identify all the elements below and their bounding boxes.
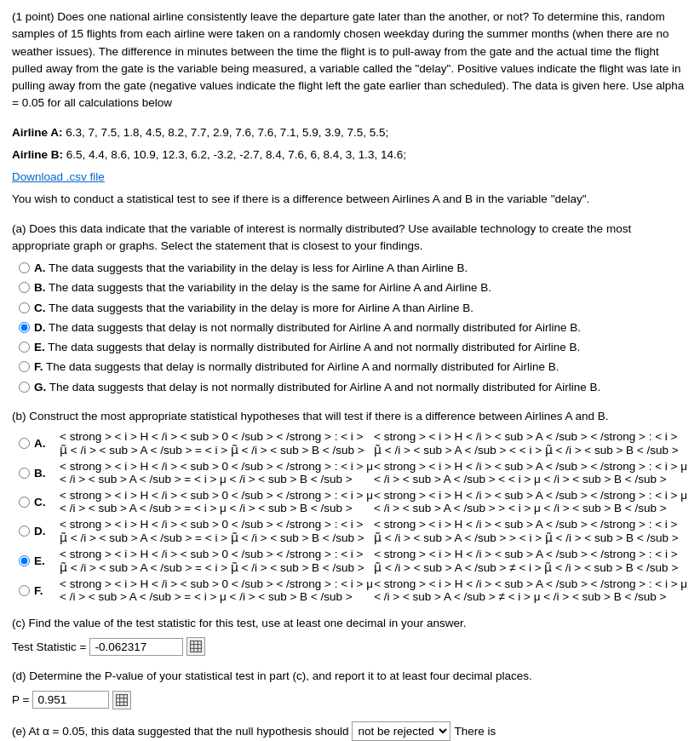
intro-section: (1 point) Does one national airline cons… [12,9,688,112]
part-c-section: (c) Find the value of the test statistic… [12,615,688,656]
part-a-option-d: D. The data suggests that delay is not n… [19,319,688,336]
part-b-h0-a: < strong > < i > H < /i > < sub > 0 < /s… [60,430,374,457]
part-b-letter-f: F. [34,584,56,597]
part-a-radio-a[interactable] [19,262,30,273]
part-c-label: Test Statistic = [12,640,86,653]
part-b-letter-e: E. [34,554,56,567]
data-section: Airline A: 6.3, 7, 7.5, 1.8, 4.5, 8.2, 7… [12,124,688,209]
wish-text: You wish to conduct a statistical test t… [12,191,688,208]
p-value-input[interactable] [32,691,109,709]
part-b-options: A. < strong > < i > H < /i > < sub > 0 <… [19,430,688,603]
part-a-radio-e[interactable] [19,342,30,353]
part-b-option-e: E. < strong > < i > H < /i > < sub > 0 <… [19,548,688,574]
part-b-h0-e: < strong > < i > H < /i > < sub > 0 < /s… [60,548,374,574]
grid-icon-d[interactable] [112,691,131,709]
airline-a-values: 6.3, 7, 7.5, 1.8, 4.5, 8.2, 7.7, 2.9, 7.… [66,126,388,139]
part-a-option-f: F. The data suggests that delay is norma… [19,359,688,376]
part-e-pre: (e) At α = 0.05, this data suggested tha… [12,725,348,738]
part-e-row1: (e) At α = 0.05, this data suggested tha… [12,721,688,741]
part-e-section: (e) At α = 0.05, this data suggested tha… [12,721,688,742]
part-b-h0-c: < strong > < i > H < /i > < sub > 0 < /s… [60,489,374,514]
part-b-radio-b[interactable] [19,468,30,479]
part-d-question: (d) Determine the P-value of your statis… [12,668,688,685]
airline-a-data: Airline A: 6.3, 7, 7.5, 1.8, 4.5, 8.2, 7… [12,124,688,141]
part-a-section: (a) Does this data indicate that the var… [12,221,688,396]
part-b-radio-e[interactable] [19,555,30,566]
part-d-input-row: P = [12,691,688,709]
part-b-section: (b) Construct the most appropriate stati… [12,408,688,603]
part-a-radio-b[interactable] [19,282,30,293]
svg-rect-9 [117,694,128,705]
download-csv-link[interactable]: Download .csv file [12,170,105,183]
part-b-radio-f[interactable] [19,585,30,596]
part-c-question: (c) Find the value of the test statistic… [12,615,688,632]
part-b-letter-d: D. [34,525,56,537]
part-b-ha-b: < strong > < i > H < /i > < sub > A < /s… [374,460,688,485]
part-a-label-f: F. The data suggests that delay is norma… [34,359,559,376]
part-d-section: (d) Determine the P-value of your statis… [12,668,688,709]
part-b-radio-d[interactable] [19,526,30,537]
part-a-radio-c[interactable] [19,302,30,313]
part-d-label: P = [12,693,29,706]
part-b-letter-b: B. [34,467,56,480]
part-a-radio-g[interactable] [19,382,30,393]
part-a-option-g: G. The data suggests that delay is not n… [19,379,688,396]
part-b-radio-a[interactable] [19,438,30,449]
intro-text: (1 point) Does one national airline cons… [12,9,688,112]
airline-b-label: Airline B: [12,148,63,161]
airline-b-data: Airline B: 6.5, 4.4, 8.6, 10.9, 12.3, 6.… [12,146,688,164]
part-a-label-a: A. The data suggests that the variabilit… [34,260,468,277]
part-b-h0-f: < strong > < i > H < /i > < sub > 0 < /s… [60,577,374,603]
part-b-ha-f: < strong > < i > H < /i > < sub > A < /s… [374,577,688,603]
part-b-question: (b) Construct the most appropriate stati… [12,408,688,425]
part-b-option-a: A. < strong > < i > H < /i > < sub > 0 <… [19,430,688,457]
part-b-ha-c: < strong > < i > H < /i > < sub > A < /s… [374,489,688,514]
airline-a-label: Airline A: [12,126,63,139]
part-a-label-c: C. The data suggests that the variabilit… [34,300,473,317]
part-b-option-d: D. < strong > < i > H < /i > < sub > 0 <… [19,518,688,544]
part-b-option-c: C. < strong > < i > H < /i > < sub > 0 <… [19,489,688,514]
part-a-radio-d[interactable] [19,322,30,333]
airline-b-values: 6.5, 4.4, 8.6, 10.9, 12.3, 6.2, -3.2, -2… [66,148,406,161]
part-b-ha-e: < strong > < i > H < /i > < sub > A < /s… [374,548,688,574]
part-a-option-a: A. The data suggests that the variabilit… [19,260,688,277]
part-a-question: (a) Does this data indicate that the var… [12,221,688,256]
grid-icon-c[interactable] [186,637,205,656]
svg-rect-4 [191,641,202,652]
part-b-option-b: B. < strong > < i > H < /i > < sub > 0 <… [19,460,688,485]
part-b-ha-d: < strong > < i > H < /i > < sub > A < /s… [374,518,688,544]
part-b-option-f: F. < strong > < i > H < /i > < sub > 0 <… [19,577,688,603]
part-a-option-b: B. The data suggests that the variabilit… [19,279,688,296]
part-b-h0-d: < strong > < i > H < /i > < sub > 0 < /s… [60,518,374,544]
part-a-label-e: E. The data suggests that delay is norma… [34,339,580,356]
part-a-option-e: E. The data suggests that delay is norma… [19,339,688,356]
part-a-label-g: G. The data suggests that delay is not n… [34,379,600,396]
part-a-label-d: D. The data suggests that delay is not n… [34,319,581,336]
part-a-option-c: C. The data suggests that the variabilit… [19,300,688,317]
part-b-letter-a: A. [34,437,56,450]
part-a-radio-f[interactable] [19,361,30,372]
part-b-ha-a: < strong > < i > H < /i > < sub > A < /s… [374,430,688,457]
part-a-label-b: B. The data suggests that the variabilit… [34,279,491,296]
test-statistic-input[interactable] [89,638,183,656]
part-b-letter-c: C. [34,496,56,508]
part-b-h0-b: < strong > < i > H < /i > < sub > 0 < /s… [60,460,374,485]
part-e-mid: There is [454,725,496,738]
part-c-input-row: Test Statistic = [12,637,688,656]
part-a-options: A. The data suggests that the variabilit… [19,260,688,396]
part-b-radio-c[interactable] [19,497,30,508]
null-hypothesis-dropdown[interactable]: not be rejectedbe rejected [352,721,450,741]
